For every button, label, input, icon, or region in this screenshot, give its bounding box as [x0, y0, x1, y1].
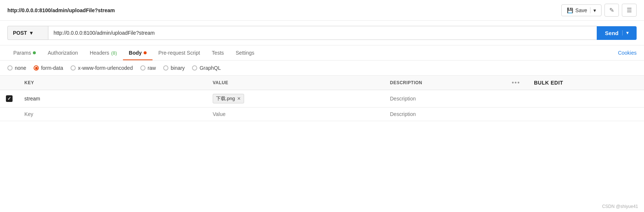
row1-description-cell	[384, 90, 506, 107]
table-header-row: KEY VALUE DESCRIPTION ••• Bulk Edit	[0, 76, 644, 90]
save-chevron-icon[interactable]: ▾	[590, 7, 596, 13]
body-dot	[144, 51, 147, 54]
tabs-bar: Params Authorization Headers (8) Body Pr…	[0, 45, 644, 61]
tab-tests-label: Tests	[212, 50, 224, 56]
method-chevron-icon: ▾	[30, 30, 32, 36]
row1-key-value: stream	[24, 96, 40, 102]
body-options: none form-data x-www-form-urlencoded raw…	[0, 61, 644, 76]
option-form-data[interactable]: form-data	[34, 65, 63, 71]
tab-settings-label: Settings	[236, 50, 254, 56]
new-row-key-input[interactable]	[24, 111, 201, 117]
tab-tests[interactable]: Tests	[206, 45, 230, 60]
raw-label: raw	[148, 65, 156, 71]
tab-settings[interactable]: Settings	[230, 45, 260, 60]
placeholder-bulk-cell	[528, 107, 644, 121]
headers-badge: (8)	[111, 50, 117, 56]
save-icon: 💾	[567, 7, 573, 13]
url-input[interactable]	[48, 26, 597, 40]
new-row-description-input[interactable]	[390, 111, 500, 117]
row1-bulk-cell	[528, 90, 644, 107]
top-bar-actions: 💾 Save ▾ ✎ ☰	[561, 4, 637, 17]
col-header-key: KEY	[18, 76, 207, 90]
top-bar-url: http://0.0.0.0:8100/admin/uploadFile?str…	[7, 7, 115, 13]
comment-icon: ☰	[627, 7, 632, 13]
form-data-radio[interactable]	[34, 65, 39, 71]
edit-icon: ✎	[609, 7, 614, 13]
none-radio[interactable]	[7, 65, 13, 71]
url-bar: POST ▾ Send ▾	[0, 21, 644, 45]
send-button[interactable]: Send ▾	[597, 26, 637, 40]
option-none[interactable]: none	[7, 65, 26, 71]
col-header-actions: •••	[506, 76, 528, 90]
row1-filename: 下载.png	[216, 95, 235, 102]
row1-file-badge: 下载.png ✕	[213, 94, 244, 103]
table-row: stream 下载.png ✕	[0, 90, 644, 107]
row1-remove-file-icon[interactable]: ✕	[237, 96, 241, 101]
new-row-value-input[interactable]	[213, 111, 378, 117]
option-urlencoded[interactable]: x-www-form-urlencoded	[71, 65, 133, 71]
tab-pre-request[interactable]: Pre-request Script	[153, 45, 206, 60]
tab-authorization[interactable]: Authorization	[42, 45, 84, 60]
placeholder-check-cell	[0, 107, 18, 121]
save-button[interactable]: 💾 Save ▾	[561, 4, 602, 16]
top-bar: http://0.0.0.0:8100/admin/uploadFile?str…	[0, 0, 644, 21]
option-raw[interactable]: raw	[140, 65, 156, 71]
row1-key-cell: stream	[18, 90, 207, 107]
send-label: Send	[605, 30, 619, 36]
comment-button[interactable]: ☰	[622, 4, 637, 17]
urlencoded-label: x-www-form-urlencoded	[78, 65, 133, 71]
col-header-description: DESCRIPTION	[384, 76, 506, 90]
placeholder-description-cell	[384, 107, 506, 121]
binary-label: binary	[171, 65, 185, 71]
tab-params-label: Params	[13, 50, 31, 56]
tab-pre-request-label: Pre-request Script	[158, 50, 200, 56]
placeholder-key-cell	[18, 107, 207, 121]
graphql-label: GraphQL	[199, 65, 221, 71]
form-data-table: KEY VALUE DESCRIPTION ••• Bulk Edit stre…	[0, 76, 644, 121]
params-dot	[33, 51, 36, 54]
row1-value-cell: 下载.png ✕	[207, 90, 384, 107]
edit-button[interactable]: ✎	[604, 4, 619, 17]
col-header-bulk-edit: Bulk Edit	[528, 76, 644, 90]
raw-radio[interactable]	[140, 65, 145, 71]
row1-actions-cell	[506, 90, 528, 107]
option-graphql[interactable]: GraphQL	[192, 65, 221, 71]
send-chevron-icon[interactable]: ▾	[622, 30, 628, 35]
binary-radio[interactable]	[163, 65, 168, 71]
row1-check-cell	[0, 90, 18, 107]
tab-headers[interactable]: Headers (8)	[84, 45, 123, 60]
placeholder-value-cell	[207, 107, 384, 121]
graphql-radio[interactable]	[192, 65, 197, 71]
row1-checkbox[interactable]	[6, 95, 13, 102]
tab-headers-label: Headers	[90, 50, 109, 56]
placeholder-actions-cell	[506, 107, 528, 121]
none-label: none	[15, 65, 26, 71]
tab-params[interactable]: Params	[7, 45, 42, 60]
row1-description-input[interactable]	[390, 96, 500, 102]
tab-body[interactable]: Body	[123, 45, 153, 60]
option-binary[interactable]: binary	[163, 65, 185, 71]
urlencoded-radio[interactable]	[71, 65, 76, 71]
table-placeholder-row	[0, 107, 644, 121]
cookies-link[interactable]: Cookies	[618, 50, 637, 56]
tab-authorization-label: Authorization	[48, 50, 78, 56]
save-label: Save	[575, 7, 587, 13]
method-label: POST	[13, 30, 27, 36]
tab-body-label: Body	[129, 50, 142, 56]
col-header-value: VALUE	[207, 76, 384, 90]
col-header-check	[0, 76, 18, 90]
form-data-label: form-data	[41, 65, 63, 71]
method-selector[interactable]: POST ▾	[7, 26, 48, 40]
more-options-icon[interactable]: •••	[512, 79, 520, 86]
